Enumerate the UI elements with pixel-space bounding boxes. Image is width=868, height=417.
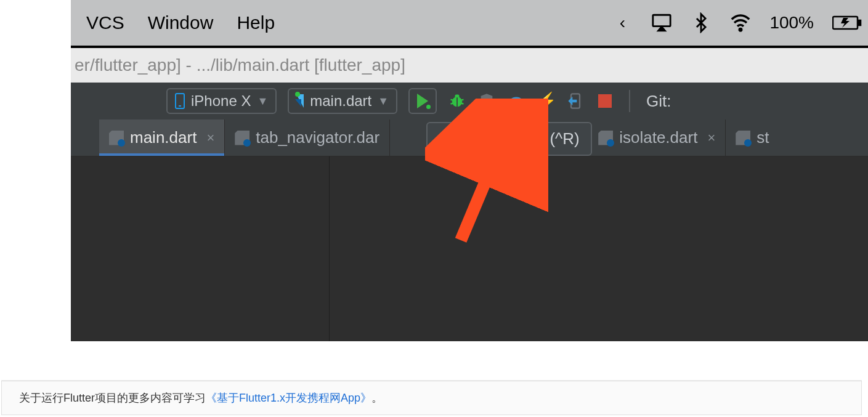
run-config-selector[interactable]: main.dart ▼ [288,88,397,114]
svg-marker-13 [491,102,494,108]
bluetooth-icon[interactable] [691,12,712,33]
ide-toolbar: iPhone X ▼ main.dart ▼ ⚡ Git: [71,83,868,119]
svg-marker-17 [568,97,577,105]
hot-reload-button[interactable]: ⚡ [537,92,555,110]
phone-icon [175,93,185,109]
svg-line-8 [451,100,454,100]
window-title-text: er/flutter_app] - .../lib/main.dart [flu… [75,55,405,75]
battery-percentage: 100% [769,13,814,33]
wifi-icon[interactable] [730,12,751,33]
chevron-down-icon: ▼ [378,95,389,108]
run-config-label: main.dart [310,92,371,110]
note-prefix: 关于运行Flutter项目的更多内容可学习 [19,391,206,405]
tab-truncated[interactable]: st [726,119,779,156]
tab-tab-navigator[interactable]: tab_navigator.dar [225,119,390,156]
note-link[interactable]: 《基于Flutter1.x开发携程网App》 [206,391,371,405]
svg-rect-0 [653,15,670,26]
svg-rect-4 [858,20,861,25]
mac-menubar: VCS Window Help ‹ 100% [71,0,868,48]
window-title-bar: er/flutter_app] - .../lib/main.dart [flu… [71,48,868,83]
chevron-down-icon: ▼ [257,95,268,108]
menu-vcs[interactable]: VCS [86,12,124,33]
tab-label: isolate.dart [619,128,697,147]
dart-file-icon [598,131,613,145]
back-chevron-icon: ‹ [612,12,633,33]
svg-point-2 [740,29,742,31]
dart-file-icon [736,131,750,145]
tab-label: tab_navigator.dar [256,128,379,147]
dart-file-icon [109,131,124,145]
device-label: iPhone X [191,92,251,110]
profiler-button[interactable] [507,92,525,110]
svg-line-10 [451,103,454,104]
editor-area [71,156,868,341]
battery-icon [832,12,862,33]
dart-file-icon [235,131,249,145]
menu-help[interactable]: Help [237,12,275,33]
stop-button[interactable] [596,92,614,110]
airplay-icon[interactable] [651,12,672,33]
run-button[interactable] [408,88,437,114]
tab-label: st [756,128,769,147]
note-suffix: 。 [371,391,383,405]
svg-line-11 [461,103,464,104]
git-label[interactable]: Git: [646,92,671,111]
tab-label: main.dart [130,128,197,147]
editor-gutter [71,156,330,341]
close-icon[interactable]: × [707,130,715,146]
stop-icon [598,94,612,108]
flutter-icon [296,94,304,108]
debug-button[interactable] [448,92,466,110]
run-tooltip: Run 'main.dart' (^R) [426,122,592,156]
device-selector[interactable]: iPhone X ▼ [166,88,277,114]
coverage-button[interactable] [477,92,496,110]
editor-content[interactable] [330,156,868,341]
tab-main-dart[interactable]: main.dart × [99,119,225,156]
tab-isolate-dart[interactable]: isolate.dart × [588,119,726,156]
toolbar-separator [629,90,630,112]
svg-marker-5 [841,18,850,28]
close-icon[interactable]: × [206,130,214,146]
svg-line-9 [461,100,464,100]
tooltip-text: Run 'main.dart' (^R) [439,129,580,148]
menu-window[interactable]: Window [148,12,214,33]
footer-note: 关于运行Flutter项目的更多内容可学习 《基于Flutter1.x开发携程网… [1,381,862,415]
svg-point-15 [515,105,518,108]
flutter-attach-button[interactable] [566,92,585,110]
